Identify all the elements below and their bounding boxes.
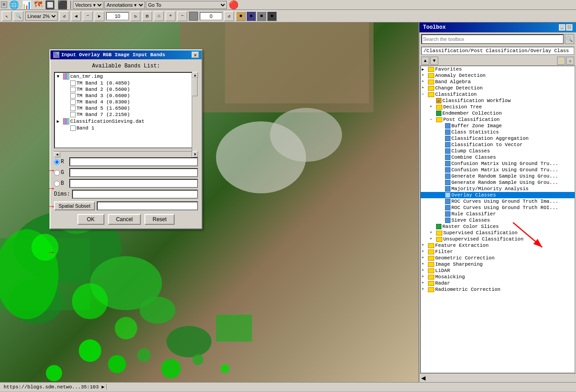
next-btn[interactable]: ▶ [94,11,104,21]
home-btn[interactable]: ⌂ [154,11,164,21]
band2-row-1[interactable]: Band 1 [55,125,197,131]
g-radio-container[interactable]: G [54,169,68,176]
vectors-select[interactable]: Vectors ▾ [73,1,104,9]
fit-btn[interactable]: ⊞ [142,11,152,21]
pc-expand[interactable]: − [430,117,435,122]
zoom-out-btn[interactable]: − [177,11,187,21]
band-row-6[interactable]: TM Band 7 (2.2150) [55,111,197,118]
band-row-5[interactable]: TM Band 5 (1.6500) [55,105,197,111]
roc-curves1-item[interactable]: ROC Curves Using Ground Truth Ima... [421,198,575,205]
overlay-classes-item[interactable]: Overlay Classes [421,192,575,198]
refresh2-btn[interactable]: ↺ [224,11,234,21]
mosaic-expand[interactable]: + [422,275,427,279]
h-scroll-left[interactable]: ◀ [54,152,60,157]
minus-btn[interactable]: − [83,11,93,21]
favorites-expand[interactable]: ▶ [422,67,427,72]
scroll-up[interactable]: ▲ [193,72,198,78]
r-radio-container[interactable]: R [54,159,68,165]
geometric-correction-item[interactable]: + Geometric Correction [421,255,575,261]
band-algebra-expand[interactable]: + [422,80,427,84]
band2-1-checkbox[interactable] [70,125,76,131]
g-band-input[interactable]: TM Band 2 (0.5600):can_tmr.img [69,168,198,177]
toolbox-tree[interactable]: ▶ Favorites + Anomaly Detection + Band A… [420,66,575,373]
generate-random1-item[interactable]: Generate Random Sample Using Grou... [421,173,575,179]
band-row-3[interactable]: TM Band 3 (0.6600) [55,93,197,99]
scroll-track[interactable] [192,78,198,151]
scroll-down[interactable]: ▼ [193,151,198,157]
change-detection-expand[interactable]: + [422,86,427,90]
tree-file2-root[interactable]: ▶ ClassificationSieving.dat [55,118,197,125]
toolbox-search-icon[interactable]: 🔍 [565,34,574,44]
rule-classifier-item[interactable]: Rule Classifier [421,211,575,217]
cancel-btn[interactable]: Cancel [108,214,141,225]
rotate-btn[interactable]: ↻ [130,11,140,21]
unsupc-expand[interactable]: + [430,237,435,241]
dims-input[interactable]: 640 x 400 (Byte) [72,190,198,199]
b-radio[interactable] [54,181,60,187]
filter-item[interactable]: + Filter [421,249,575,255]
radar-expand[interactable]: + [422,281,427,285]
endmember-item[interactable]: Endmember Collection [421,110,575,116]
band2-checkbox[interactable] [70,87,76,92]
radar-item[interactable]: + Radar [421,280,575,286]
band3-checkbox[interactable] [70,93,76,98]
is-expand[interactable]: + [422,262,427,267]
toolbox-minimize-btn[interactable]: _ [559,24,565,31]
favorites-item[interactable]: ▶ Favorites [421,66,575,72]
band1-checkbox[interactable] [70,80,76,86]
band-row-2[interactable]: TM Band 2 (0.5600) [55,86,197,93]
band5-checkbox[interactable] [70,106,76,111]
color2-btn[interactable]: ■ [246,11,256,21]
unsupervised-classification-item[interactable]: + Unsupervised Classification [421,236,575,242]
lidar-expand[interactable]: + [422,268,427,273]
band-row-4[interactable]: TM Band 4 (0.8300) [55,99,197,105]
zoom-btn[interactable]: 🔍 [14,11,23,21]
zoom-select[interactable]: Linear 2% [25,12,58,21]
dialog-close-btn[interactable]: ✕ [192,52,199,58]
classification-expand[interactable]: − [422,92,427,97]
r-band-input[interactable]: TM Band 3 (0.6600):can_tmr.img [69,157,198,166]
band-algebra-item[interactable]: + Band Algebra [421,79,575,85]
menu-icon[interactable]: ≡ [1,1,7,8]
h-scrollbar[interactable]: ◀ ▶ [54,151,198,157]
bands-tree[interactable]: ▼ can_tmr.img TM Band 1 (0.4850) [54,72,198,148]
decision-tree-item[interactable]: + Decision Tree [421,104,575,110]
anomaly-expand[interactable]: + [422,73,427,78]
b-band-input[interactable]: TM Band 1 (0.4850):can_tmr.img [69,179,198,188]
classification-workflow-item[interactable]: ✏ Classification Workflow [421,98,575,104]
annotations-select[interactable]: Annotations ▾ [104,1,145,9]
spatial-subset-input[interactable]: Full Scene [97,201,198,210]
nav-up-btn[interactable]: ▲ [421,57,429,65]
clump-classes-item[interactable]: Clump Classes [421,148,575,154]
spatial-subset-btn[interactable]: Spatial Subset [54,201,95,210]
value2-input[interactable]: 0 [200,12,222,20]
zoom-value-input[interactable]: 10 [106,12,129,20]
roc-curves2-item[interactable]: ROC Curves Using Ground Truth ROI... [421,205,575,211]
tree-toggle2[interactable]: ▶ [57,119,62,124]
confusion-matrix2-item[interactable]: Confusion Matrix Using Ground Tru... [421,167,575,173]
rc-expand[interactable]: + [422,287,427,292]
filter-expand[interactable]: + [422,249,427,254]
color4-btn[interactable]: ■ [267,11,277,21]
star-inactive-btn[interactable]: ★ [566,57,574,65]
g-radio[interactable] [54,170,60,176]
color3-btn[interactable]: ■ [256,11,266,21]
band6-checkbox[interactable] [70,112,76,117]
ok-btn[interactable]: OK [77,214,104,225]
gc-expand[interactable]: + [422,256,427,260]
tree-file1-root[interactable]: ▼ can_tmr.img [55,73,197,80]
generate-random2-item[interactable]: Generate Random Sample Using Grou... [421,179,575,186]
supervised-classification-item[interactable]: + Supervised Classification [421,230,575,236]
sieve-classes-item[interactable]: Sieve Classes [421,217,575,223]
anomaly-detection-item[interactable]: + Anomaly Detection [421,72,575,79]
nav-down-btn[interactable]: ▼ [430,57,438,65]
scrollbar[interactable]: ▲ ▼ [192,72,198,157]
change-detection-item[interactable]: + Change Detection [421,85,575,91]
classification-item[interactable]: − Classification [421,91,575,98]
band4-checkbox[interactable] [70,99,76,105]
prev-btn[interactable]: ◀ [71,11,81,21]
radiometric-correction-item[interactable]: + Radiometric Correction [421,286,575,293]
confusion-matrix1-item[interactable]: Confusion Matrix Using Ground Tru... [421,160,575,167]
classification-vector-item[interactable]: Classification to Vector [421,142,575,148]
dt-expand[interactable]: + [430,105,435,109]
